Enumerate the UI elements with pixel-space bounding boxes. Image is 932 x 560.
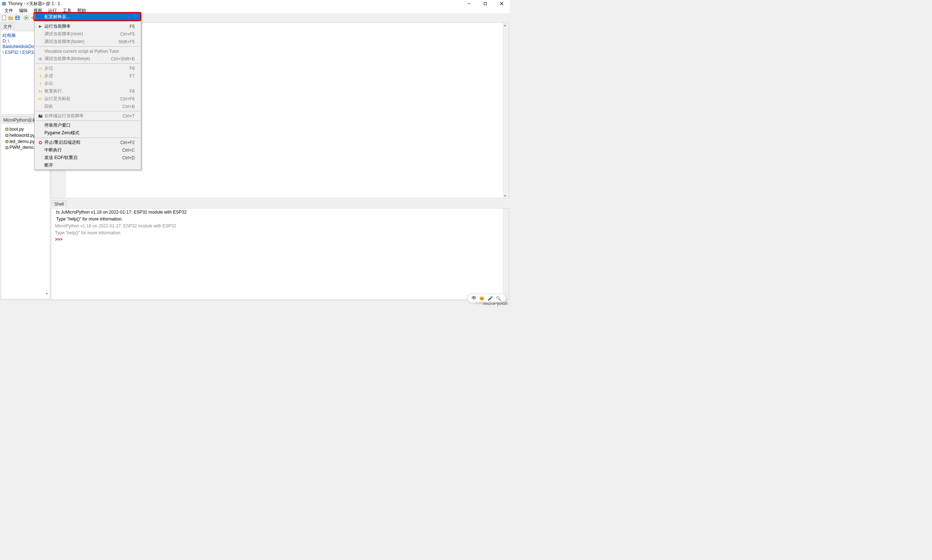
menu-item-label: 调试当前脚本(nicer)	[44, 31, 120, 37]
menu-item-shortcut: Ctrl+T	[123, 114, 138, 118]
shell-area: Shell ts JuMicroPython v1.18 on 2022-01-…	[51, 200, 509, 300]
menu-item-shortcut: F8	[129, 89, 138, 94]
menu-item-label: 回执	[44, 103, 122, 109]
eye-icon	[37, 57, 44, 60]
scroll-down-icon[interactable]: ▾	[44, 291, 49, 297]
menu-item: Visualize current script at Python Tutor	[35, 47, 140, 55]
stepover-icon	[37, 66, 44, 70]
open-file-icon[interactable]	[8, 15, 14, 21]
menu-file[interactable]: 文件	[2, 7, 16, 14]
menu-item: 步过F6	[35, 65, 140, 72]
status-bar: MicroPython	[0, 300, 510, 306]
menu-separator	[35, 111, 140, 111]
menu-item[interactable]: 运行当前脚本F5	[35, 23, 140, 30]
menu-separator	[35, 120, 140, 121]
window-title: Thonny - <无标题> @ 1 : 1	[8, 1, 60, 7]
menu-item[interactable]: 发送 EOF/软重启Ctrl+D	[35, 154, 140, 162]
svg-marker-16	[39, 25, 42, 28]
menu-item-shortcut: Ctrl+Shift+B	[111, 56, 138, 62]
run-icon[interactable]	[23, 15, 29, 21]
stepin-icon	[37, 74, 44, 78]
svg-rect-10	[16, 16, 18, 17]
menu-item-label: 调试当前脚本(birdseye)	[44, 56, 111, 62]
svg-rect-9	[16, 18, 18, 19]
svg-marker-24	[39, 90, 41, 93]
menu-item: 调试当前脚本(nicer)Ctrl+F5	[35, 30, 140, 38]
menu-item-label: 配置解释器...	[44, 14, 135, 20]
save-file-icon[interactable]	[15, 15, 20, 21]
menu-item-label: 步过	[44, 65, 129, 71]
shell-prompt: >>>	[55, 237, 64, 242]
shell-line: Type "help()" for more information.	[55, 230, 122, 235]
shell-scrollbar[interactable]	[503, 209, 508, 300]
svg-text:T: T	[3, 2, 5, 6]
menu-item: 步出	[35, 80, 140, 87]
menu-item-shortcut: Ctrl+C	[122, 148, 138, 153]
watermark: CSDN @古鱼夏雨	[476, 300, 508, 306]
new-file-icon[interactable]	[2, 15, 7, 21]
menu-item: >在终端运行当前脚本Ctrl+T	[35, 112, 140, 120]
menu-item-shortcut: Ctrl+D	[122, 155, 138, 160]
menu-item-shortcut: F7	[129, 74, 138, 78]
menu-item: 调试当前脚本(birdseye)Ctrl+Shift+B	[35, 55, 140, 63]
menu-item[interactable]: 中断执行Ctrl+C	[35, 146, 140, 154]
file-label: boot.py	[9, 126, 24, 132]
python-file-icon	[5, 134, 8, 137]
file-label: led_demo.py	[9, 138, 35, 145]
file-label: helloworld.py	[9, 132, 35, 138]
close-button[interactable]	[493, 0, 510, 7]
menu-item-label: 发送 EOF/软重启	[44, 155, 122, 161]
shell-line: MicroPython v1.18 on 2022-01-17; ESP32 m…	[55, 223, 176, 229]
menu-item[interactable]: 停靠用户窗口	[35, 122, 140, 129]
menu-item-label: 中断执行	[44, 147, 122, 153]
menu-item-label: 停靠用户窗口	[44, 122, 135, 128]
svg-rect-25	[41, 90, 42, 93]
menu-item-label: Pygame Zero模式	[44, 130, 135, 136]
menu-item-shortcut: Ctrl+B	[122, 104, 138, 109]
menu-item: 回执Ctrl+B	[35, 103, 140, 110]
menu-item-label: 运行至光标处	[44, 96, 120, 102]
resume-icon	[37, 89, 44, 93]
device-panel-tab[interactable]: MicroPython设备	[1, 116, 39, 125]
menu-separator	[35, 46, 140, 46]
menu-item[interactable]: 断开	[35, 162, 140, 169]
svg-marker-21	[39, 76, 42, 77]
menu-item-label: 步进	[44, 73, 129, 79]
menu-item-shortcut: Ctrl+F8	[120, 97, 138, 102]
play-icon	[37, 25, 44, 28]
shell-body[interactable]: ts JuMicroPython v1.18 on 2022-01-17; ES…	[51, 208, 509, 300]
menu-item: 恢复执行F8	[35, 87, 140, 95]
menu-item: 运行至光标处Ctrl+F8	[35, 95, 140, 103]
title-bar: T Thonny - <无标题> @ 1 : 1	[0, 0, 510, 7]
stop-icon	[37, 141, 44, 145]
app-icon: T	[2, 1, 6, 6]
runto-icon	[37, 97, 44, 101]
shell-line: Type "help()" for more information.	[55, 217, 123, 222]
menu-item: 调试当前脚本(faster)Shift+F5	[35, 38, 140, 46]
python-file-icon	[5, 146, 8, 149]
menu-item[interactable]: 停止/重启后端进程Ctrl+F2	[35, 138, 140, 146]
editor-scrollbar[interactable]	[503, 23, 508, 198]
menu-edit[interactable]: 编辑	[16, 7, 31, 14]
menu-item[interactable]: Pygame Zero模式	[35, 129, 140, 137]
menu-item-label: 运行当前脚本	[44, 23, 129, 29]
maximize-button[interactable]	[477, 0, 493, 7]
menu-separator	[35, 137, 140, 138]
shell-tab[interactable]: Shell	[52, 200, 66, 208]
menu-item-label: 停止/重启后端进程	[44, 139, 120, 146]
menu-item[interactable]: 配置解释器...	[35, 13, 140, 21]
menu-item-label: 步出	[44, 80, 135, 86]
minimize-button[interactable]	[461, 0, 477, 7]
terminal-icon: >	[37, 114, 44, 118]
menu-item-shortcut: Shift+F5	[118, 39, 138, 45]
menu-item-label: 调试当前脚本(faster)	[44, 38, 118, 45]
menu-item-shortcut: Ctrl+F5	[120, 32, 138, 37]
svg-marker-23	[39, 82, 42, 84]
files-panel-tab[interactable]: 文件	[1, 23, 15, 31]
svg-text:>: >	[39, 114, 42, 118]
menu-item-shortcut: F6	[129, 66, 138, 71]
stepout-icon	[37, 82, 44, 86]
python-file-icon	[5, 128, 8, 131]
menu-separator	[35, 22, 140, 22]
menu-item-shortcut: Ctrl+F2	[120, 140, 138, 145]
